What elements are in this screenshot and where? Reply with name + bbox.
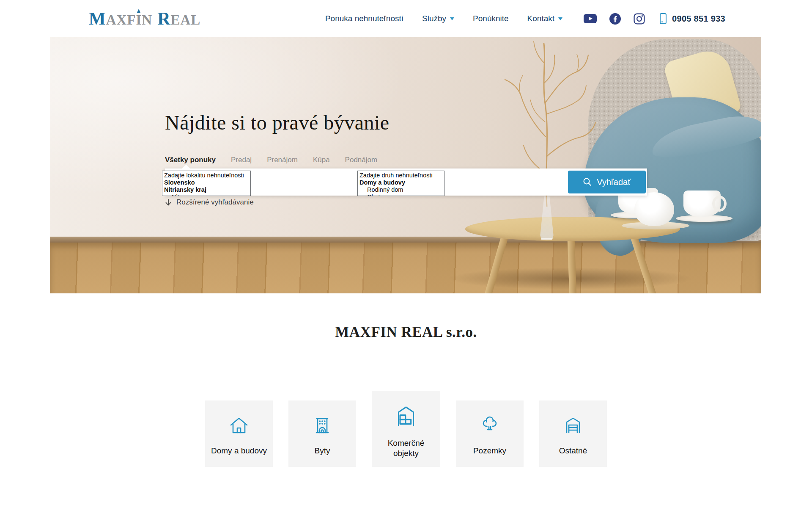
tab-podnajom[interactable]: Podnájom xyxy=(345,156,378,164)
tab-vsetky-ponuky[interactable]: Všetky ponuky xyxy=(165,156,216,164)
youtube-icon[interactable] xyxy=(584,14,597,23)
nav-item-ponuka-nehnutelnosti[interactable]: Ponuka nehnuteľností xyxy=(325,14,403,23)
advanced-search-label: Rozšírené vyhľadávanie xyxy=(176,198,254,207)
logo-letters: N xyxy=(142,12,152,28)
tree-icon xyxy=(480,400,500,446)
listbox-option[interactable]: Zadajte druh nehnuteľnosti xyxy=(359,172,444,179)
category-card-pozemky[interactable]: Pozemky xyxy=(456,400,524,467)
listbox-option[interactable]: Domy a budovy xyxy=(359,179,444,186)
category-label: Domy a budovy xyxy=(209,446,269,467)
listbox-option[interactable]: Nitriansky kraj xyxy=(164,186,250,193)
garage-icon xyxy=(563,400,583,446)
logo[interactable]: MAXFINREAL xyxy=(89,8,200,29)
nav-item-ponuknite[interactable]: Ponúknite xyxy=(473,14,509,23)
facebook-icon[interactable] xyxy=(609,13,621,25)
advanced-search-link[interactable]: Rozšírené vyhľadávanie xyxy=(165,198,254,207)
nav-item-kontakt[interactable]: Kontakt xyxy=(527,14,562,23)
logo-letters: AXF xyxy=(106,12,136,28)
tab-predaj[interactable]: Predaj xyxy=(231,156,252,164)
listbox-option[interactable]: Slovensko xyxy=(164,179,250,186)
property-type-listbox[interactable]: Zadajte druh nehnuteľnosti Domy a budovy… xyxy=(357,171,444,196)
category-card-ostatne[interactable]: Ostatné xyxy=(539,400,607,467)
social-links xyxy=(584,13,645,25)
teapot xyxy=(634,192,674,226)
company-section: MAXFIN REAL s.r.o. Domy a budovy xyxy=(0,293,812,467)
hero-heading: Nájdite si to pravé bývanie xyxy=(165,111,390,134)
main-nav: Ponuka nehnuteľností Služby Ponúknite Ko… xyxy=(325,14,562,23)
listbox-option[interactable]: Zadajte lokalitu nehnuteľnosti xyxy=(164,172,250,179)
tab-prenajom[interactable]: Prenájom xyxy=(267,156,298,164)
chevron-down-icon xyxy=(558,17,562,22)
phone-contact[interactable]: 0905 851 933 xyxy=(659,13,725,25)
tab-kupa[interactable]: Kúpa xyxy=(313,156,330,164)
offer-tabs: Všetky ponuky Predaj Prenájom Kúpa Podná… xyxy=(165,156,377,164)
nav-label: Ponúknite xyxy=(473,14,509,23)
listbox-option[interactable]: Rodinný dom xyxy=(359,186,444,193)
nav-label: Kontakt xyxy=(527,14,554,23)
logo-letter: M xyxy=(89,9,106,28)
location-listbox[interactable]: Zadajte lokalitu nehnuteľnosti Slovensko… xyxy=(162,171,251,196)
nav-label: Služby xyxy=(422,14,446,23)
house-icon xyxy=(229,400,249,446)
warehouse-icon xyxy=(394,391,418,438)
category-cards: Domy a budovy Byty xyxy=(0,391,812,467)
search-button-label: Vyhľadať xyxy=(597,177,631,187)
listbox-option[interactable]: Chata xyxy=(359,193,444,196)
search-icon xyxy=(583,177,592,187)
apartment-icon xyxy=(312,400,332,446)
chevron-down-icon xyxy=(450,17,454,22)
search-button[interactable]: Vyhľadať xyxy=(568,171,646,193)
category-card-byty[interactable]: Byty xyxy=(288,400,356,467)
nav-label: Ponuka nehnuteľností xyxy=(325,14,403,23)
category-label: Ostatné xyxy=(543,446,603,467)
phone-icon xyxy=(659,13,667,25)
logo-letter: R xyxy=(157,9,170,28)
category-label: Komerčné objekty xyxy=(383,438,429,467)
company-title: MAXFIN REAL s.r.o. xyxy=(0,324,812,341)
category-card-komercne-objekty[interactable]: Komerčné objekty xyxy=(372,391,440,467)
category-label: Byty xyxy=(293,446,352,467)
listbox-option[interactable]: Nitra xyxy=(164,193,250,196)
logo-letter-i: I xyxy=(136,12,142,28)
category-label: Pozemky xyxy=(460,446,519,467)
arrow-down-icon xyxy=(165,199,172,206)
category-card-domy-a-budovy[interactable]: Domy a budovy xyxy=(205,400,273,467)
nav-item-sluzby[interactable]: Služby xyxy=(422,14,454,23)
phone-number: 0905 851 933 xyxy=(672,14,725,24)
teacup xyxy=(683,190,721,217)
logo-letters: EAL xyxy=(171,12,201,28)
hero-section: Nájdite si to pravé bývanie Všetky ponuk… xyxy=(50,37,761,293)
instagram-icon[interactable] xyxy=(634,13,645,25)
site-header: MAXFINREAL Ponuka nehnuteľností Služby P… xyxy=(0,0,812,37)
